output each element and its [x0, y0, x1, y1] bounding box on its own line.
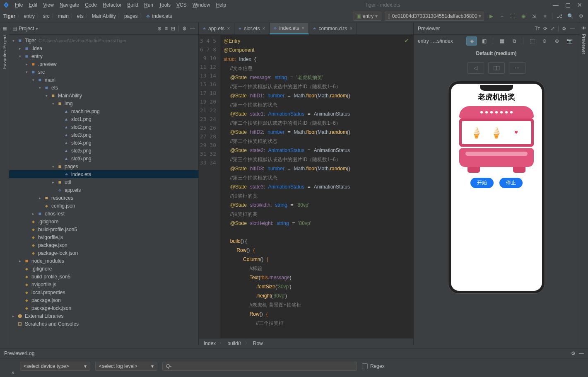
coverage-icon[interactable]: ⛶	[509, 12, 516, 20]
refresh-icon[interactable]: ⟳	[543, 26, 547, 31]
debug-icon[interactable]: ⌁	[498, 12, 506, 20]
menu-tools[interactable]: Tools	[157, 1, 173, 9]
close-icon[interactable]: ×	[227, 26, 230, 31]
tree-row[interactable]: ▾ ■ entry	[9, 52, 198, 60]
start-button[interactable]: 开始	[470, 178, 494, 188]
log-search-input[interactable]: Q-	[162, 362, 357, 371]
tab-previewer[interactable]: Previewer	[581, 34, 586, 54]
text-icon[interactable]: Tт	[535, 26, 540, 31]
tree-row[interactable]: ◆ package.json	[9, 241, 198, 249]
settings-icon[interactable]: ⚙	[577, 12, 585, 20]
project-toolwindow-icon[interactable]: ▤	[2, 26, 7, 31]
close-icon[interactable]: ×	[301, 25, 304, 31]
preview-toolwindow-icon[interactable]: 👁	[581, 26, 586, 31]
tree-row[interactable]: ▾ ■ ets	[9, 84, 198, 92]
crumb-2[interactable]: src	[43, 13, 50, 19]
tree-row[interactable]: ▾ ■ MainAbility	[9, 92, 198, 99]
stop-button[interactable]: 停止	[499, 178, 523, 188]
zoom-in-icon[interactable]: ⊕	[552, 36, 562, 46]
editor-tab[interactable]: ⬘ common.d.ts ×	[309, 23, 357, 34]
tree-row[interactable]: ◆ package.json	[9, 296, 198, 304]
tree-row[interactable]: ▲ slot3.png	[9, 131, 198, 139]
code-editor[interactable]: @Entry @Component struct Index { //文本信息 …	[220, 35, 413, 338]
gear-icon[interactable]: ⚙	[571, 350, 576, 356]
tree-row[interactable]: ◆ local.properties	[9, 288, 198, 296]
tree-row[interactable]: ▲ slot4.png	[9, 139, 198, 147]
expand-all-icon[interactable]: ≡	[165, 26, 168, 31]
attach-icon[interactable]: ⇲	[530, 12, 538, 20]
menu-build[interactable]: Build	[125, 1, 141, 9]
crumb-root[interactable]: Tiger	[3, 13, 15, 19]
tree-row[interactable]: ▸ ■ ohosTest	[9, 210, 198, 218]
tree-row[interactable]: ⊟ Scratches and Consoles	[9, 320, 198, 328]
hide-icon[interactable]: —	[190, 26, 195, 31]
crumb-4[interactable]: ets	[77, 13, 84, 19]
profile-icon[interactable]: ◉	[520, 12, 527, 20]
tree-row[interactable]: ▸ ■ util	[9, 178, 198, 186]
tree-row[interactable]: ▸ ■ .idea	[9, 44, 198, 52]
menu-view[interactable]: View	[41, 1, 56, 9]
prev-more-icon[interactable]: ⋯	[509, 62, 525, 74]
tree-row[interactable]: ▲ slot1.png	[9, 115, 198, 123]
menu-edit[interactable]: Edit	[26, 1, 40, 9]
git-icon[interactable]: ⎇	[556, 12, 563, 20]
tab-project[interactable]: Project	[2, 34, 7, 48]
window-minimize-icon[interactable]: —	[553, 2, 559, 8]
menu-refactor[interactable]: Refactor	[100, 1, 124, 9]
close-icon[interactable]: ×	[349, 26, 352, 31]
multi-icon[interactable]: ⧉	[509, 36, 520, 46]
tree-row[interactable]: ▾ ■ main	[9, 76, 198, 84]
camera-icon[interactable]: 📷	[564, 36, 575, 46]
tree-row[interactable]: ▸ ■ resources	[9, 194, 198, 202]
inspector-icon[interactable]: ◈	[466, 36, 477, 46]
gear-icon[interactable]: ⚙	[182, 26, 187, 31]
tree-row[interactable]: ▾ ■ Tiger C:\Users\soonl\DevEcoStudioPro…	[9, 36, 198, 44]
tree-row[interactable]: ◆ .gitignore	[9, 218, 198, 225]
crumb-1[interactable]: entry	[24, 13, 35, 19]
prev-back-icon[interactable]: ◁	[468, 62, 484, 74]
tree-row[interactable]: ◆ package-lock.json	[9, 249, 198, 257]
editor-tab[interactable]: ⬘ app.ets ×	[199, 23, 234, 34]
tree-row[interactable]: ⬘ app.ets	[9, 186, 198, 194]
regex-checkbox[interactable]: Regex	[362, 363, 385, 369]
select-opened-icon[interactable]: ⊕	[157, 26, 161, 31]
tree-row[interactable]: ◆ package-lock.json	[9, 304, 198, 312]
menu-run[interactable]: Run	[142, 1, 156, 9]
tree-row[interactable]: ▸ ■ .preview	[9, 60, 198, 68]
layers-icon[interactable]: ◧	[479, 36, 489, 46]
expand-icon[interactable]: »	[12, 370, 14, 375]
tree-row[interactable]: ▾ ■ img	[9, 99, 198, 107]
device-screen[interactable]: 老虎机抽奖 🍦 🍦 ♥ 开始 停止	[451, 84, 542, 291]
device-type-select[interactable]: <select device type>▾	[20, 362, 90, 371]
crumb-6[interactable]: pages	[124, 13, 138, 19]
crop-icon[interactable]: ⬚	[527, 36, 537, 46]
tree-row[interactable]: ▸ ■ node_modules	[9, 257, 198, 265]
menu-help[interactable]: Help	[213, 1, 229, 9]
device-selector[interactable]: ▯ 0d01004d373331304551daffacb36800 ▾	[385, 12, 484, 21]
editor-tab[interactable]: ⬘ slot.ets ×	[234, 23, 270, 34]
crumb-file[interactable]: index.ets	[152, 13, 172, 19]
window-maximize-icon[interactable]: ▢	[565, 2, 571, 8]
editor-tab[interactable]: ⬘ index.ets ×	[270, 23, 309, 34]
tree-row[interactable]: ⬘ index.ets	[9, 170, 198, 178]
run-icon[interactable]: ▶	[487, 12, 495, 20]
tree-row[interactable]: ◆ .gitignore	[9, 265, 198, 273]
menu-vcs[interactable]: VCS	[174, 1, 189, 9]
tree-row[interactable]: ▲ machine.png	[9, 107, 198, 115]
crumb-5[interactable]: MainAbility	[92, 13, 116, 19]
close-icon[interactable]: ×	[262, 26, 265, 31]
prev-home-icon[interactable]: ⎕⎕	[488, 62, 505, 74]
gear-icon[interactable]: ⚙	[562, 26, 566, 31]
run-config-selector[interactable]: ▣ entry ▾	[353, 12, 382, 21]
project-tree[interactable]: ▾ ■ Tiger C:\Users\soonl\DevEcoStudioPro…	[9, 35, 198, 348]
rotate-icon[interactable]: ⤢	[551, 26, 555, 31]
grid-icon[interactable]: ▦	[496, 36, 507, 46]
tree-row[interactable]: ◆ build-profile.json5	[9, 273, 198, 280]
tree-row[interactable]: ▾ ■ src	[9, 68, 198, 76]
tree-row[interactable]: ◆ hvigorfile.js	[9, 280, 198, 288]
tree-row[interactable]: ◆ hvigorfile.js	[9, 233, 198, 241]
tree-row[interactable]: ▸ ⬢ External Libraries	[9, 312, 198, 320]
crumb-3[interactable]: main	[58, 13, 69, 19]
menu-navigate[interactable]: Navigate	[57, 1, 82, 9]
tab-favorites[interactable]: Favorites	[2, 50, 7, 69]
